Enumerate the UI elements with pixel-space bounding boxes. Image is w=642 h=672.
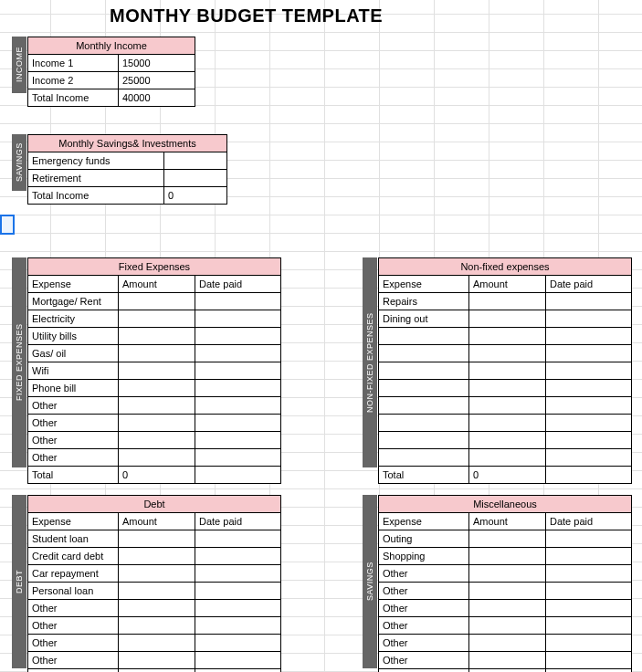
income-row-value[interactable]: 15000 (119, 55, 195, 72)
expense-amount[interactable] (469, 432, 546, 449)
expense-label[interactable]: Other (28, 617, 119, 635)
expense-label[interactable]: Dining out (379, 310, 469, 328)
expense-date[interactable] (195, 380, 281, 397)
expense-label[interactable] (379, 328, 469, 345)
total-date[interactable] (546, 669, 632, 673)
expense-label[interactable] (379, 449, 469, 467)
total-amount[interactable]: 0 (469, 467, 546, 484)
savings-total-label[interactable]: Total Income (28, 187, 164, 205)
income-row-value[interactable]: 25000 (119, 72, 195, 89)
expense-date[interactable] (195, 345, 281, 362)
expense-amount[interactable] (119, 652, 195, 669)
expense-label[interactable]: Credit card debt (28, 548, 119, 565)
expense-label[interactable]: Other (379, 635, 469, 652)
expense-label[interactable]: Electricity (28, 310, 119, 328)
expense-date[interactable] (546, 432, 632, 449)
expense-label[interactable]: Utility bills (28, 328, 119, 345)
expense-amount[interactable] (119, 635, 195, 652)
expense-date[interactable] (546, 293, 632, 310)
expense-date[interactable] (546, 548, 632, 565)
expense-amount[interactable] (469, 548, 546, 565)
expense-label[interactable]: Car repayment (28, 565, 119, 583)
total-amount[interactable]: 0 (469, 669, 546, 673)
expense-amount[interactable] (469, 530, 546, 548)
expense-label[interactable]: Other (379, 583, 469, 600)
expense-amount[interactable] (119, 548, 195, 565)
expense-date[interactable] (546, 652, 632, 669)
expense-label[interactable]: Other (28, 600, 119, 617)
expense-date[interactable] (195, 415, 281, 432)
expense-label[interactable]: Other (28, 449, 119, 467)
expense-amount[interactable] (469, 293, 546, 310)
savings-table[interactable]: Monthly Savings& Investments Emergency f… (27, 134, 227, 205)
expense-label[interactable]: Other (379, 652, 469, 669)
expense-label[interactable]: Other (379, 617, 469, 635)
expense-date[interactable] (195, 328, 281, 345)
expense-date[interactable] (195, 600, 281, 617)
expense-date[interactable] (195, 548, 281, 565)
expense-date[interactable] (195, 583, 281, 600)
expense-label[interactable] (379, 432, 469, 449)
expense-amount[interactable] (469, 600, 546, 617)
expense-amount[interactable] (469, 328, 546, 345)
expense-date[interactable] (546, 328, 632, 345)
expense-label[interactable]: Other (28, 397, 119, 415)
expense-amount[interactable] (469, 565, 546, 583)
expense-amount[interactable] (119, 345, 195, 362)
expense-amount[interactable] (119, 328, 195, 345)
total-amount[interactable]: 0 (119, 669, 195, 673)
expense-date[interactable] (195, 397, 281, 415)
expense-label[interactable]: Outing (379, 530, 469, 548)
expense-label[interactable]: Other (379, 565, 469, 583)
expense-amount[interactable] (119, 397, 195, 415)
income-total-label[interactable]: Total Income (28, 89, 119, 107)
expense-label[interactable]: Other (28, 432, 119, 449)
expense-label[interactable] (379, 397, 469, 415)
expense-date[interactable] (195, 310, 281, 328)
expense-date[interactable] (546, 415, 632, 432)
expense-amount[interactable] (469, 310, 546, 328)
expense-amount[interactable] (469, 449, 546, 467)
expense-date[interactable] (195, 652, 281, 669)
expense-label[interactable]: Personal loan (28, 583, 119, 600)
total-date[interactable] (195, 467, 281, 484)
misc-table[interactable]: Miscellaneous Expense Amount Date paid O… (378, 495, 632, 672)
expense-label[interactable]: Mortgage/ Rent (28, 293, 119, 310)
expense-label[interactable]: Other (28, 652, 119, 669)
expense-amount[interactable] (469, 397, 546, 415)
income-total-value[interactable]: 40000 (119, 89, 195, 107)
spreadsheet-grid[interactable]: MONTHY BUDGET TEMPLATE INCOME Monthly In… (0, 0, 642, 672)
expense-date[interactable] (546, 530, 632, 548)
total-date[interactable] (195, 669, 281, 673)
savings-total-value[interactable]: 0 (164, 187, 227, 205)
expense-label[interactable] (379, 380, 469, 397)
expense-date[interactable] (195, 617, 281, 635)
expense-amount[interactable] (119, 583, 195, 600)
expense-amount[interactable] (119, 617, 195, 635)
savings-row-value[interactable] (164, 170, 227, 187)
nonfixed-expenses-table[interactable]: Non-fixed expenses Expense Amount Date p… (378, 257, 632, 484)
expense-amount[interactable] (119, 380, 195, 397)
expense-date[interactable] (546, 380, 632, 397)
expense-label[interactable]: Other (379, 600, 469, 617)
expense-date[interactable] (546, 635, 632, 652)
expense-label[interactable] (379, 362, 469, 380)
debt-table[interactable]: Debt Expense Amount Date paid Student lo… (27, 495, 281, 672)
expense-amount[interactable] (469, 345, 546, 362)
expense-amount[interactable] (119, 449, 195, 467)
total-amount[interactable]: 0 (119, 467, 195, 484)
savings-row-value[interactable] (164, 152, 227, 170)
expense-label[interactable]: Gas/ oil (28, 345, 119, 362)
expense-amount[interactable] (119, 565, 195, 583)
expense-amount[interactable] (469, 362, 546, 380)
expense-date[interactable] (546, 345, 632, 362)
expense-amount[interactable] (119, 432, 195, 449)
expense-date[interactable] (546, 449, 632, 467)
total-date[interactable] (546, 467, 632, 484)
expense-date[interactable] (195, 293, 281, 310)
expense-date[interactable] (195, 432, 281, 449)
income-row-label[interactable]: Income 1 (28, 55, 119, 72)
expense-date[interactable] (546, 310, 632, 328)
expense-date[interactable] (546, 617, 632, 635)
expense-date[interactable] (546, 397, 632, 415)
